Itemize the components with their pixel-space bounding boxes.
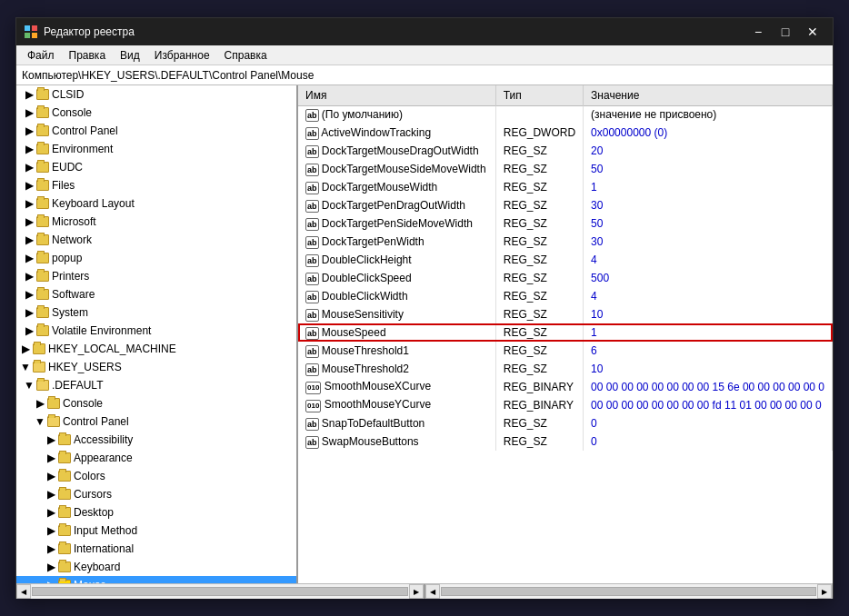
detail-hscroll[interactable]: ◀ ▶	[425, 584, 834, 599]
tree-item-mouse[interactable]: ▶ Mouse	[16, 576, 296, 583]
value-name-cell: ab SwapMouseButtons	[298, 432, 495, 451]
expand-icon: ▶	[45, 471, 56, 482]
tree-item-network[interactable]: ▶ Network	[16, 231, 296, 249]
expand-icon: ▶	[45, 507, 56, 518]
tree-item-printers[interactable]: ▶ Printers	[16, 267, 296, 285]
table-row[interactable]: 010 SmoothMouseYCurveREG_BINARY00 00 00 …	[298, 396, 833, 414]
table-row[interactable]: ab DockTargetPenSideMoveWidthREG_SZ50	[298, 214, 833, 233]
value-type-cell: REG_SZ	[495, 160, 583, 178]
tree-label: Keyboard	[74, 561, 120, 573]
value-data-cell: 1	[584, 323, 833, 342]
tree-item-popup[interactable]: ▶ popup	[16, 249, 296, 267]
folder-icon	[58, 434, 71, 445]
close-button[interactable]: ✕	[800, 19, 825, 45]
menu-view[interactable]: Вид	[113, 47, 147, 64]
folder-icon	[47, 398, 60, 409]
table-row[interactable]: ab DoubleClickHeightREG_SZ4	[298, 251, 833, 269]
tree-item-hklm[interactable]: ▶ HKEY_LOCAL_MACHINE	[16, 340, 296, 358]
expand-icon: ▶	[24, 325, 35, 336]
tree-item-accessibility[interactable]: ▶ Accessibility	[16, 431, 296, 449]
minimize-button[interactable]: −	[745, 19, 771, 45]
tree-item-default[interactable]: ▼ .DEFAULT	[16, 376, 296, 394]
folder-icon	[36, 289, 49, 300]
tree-item-console[interactable]: ▶ Console	[16, 104, 296, 122]
expand-icon: ▶	[24, 125, 35, 136]
value-name-cell: ab (По умолчанию)	[298, 105, 495, 124]
value-name-cell: ab DoubleClickWidth	[298, 287, 495, 305]
scroll-thumb[interactable]	[32, 587, 408, 596]
tree-item-files[interactable]: ▶ Files	[16, 176, 296, 194]
maximize-button[interactable]: □	[773, 19, 798, 45]
table-row[interactable]: ab SnapToDefaultButtonREG_SZ0	[298, 414, 833, 432]
table-row[interactable]: ab MouseSpeedREG_SZ1	[298, 323, 833, 342]
table-row[interactable]: ab DockTargetPenDragOutWidthREG_SZ30	[298, 196, 833, 214]
tree-panel[interactable]: ▶ CLSID ▶ Console ▶ Control Panel ▶ Envi…	[16, 85, 298, 583]
tree-item-desktop[interactable]: ▶ Desktop	[16, 503, 296, 522]
table-row[interactable]: ab DoubleClickWidthREG_SZ4	[298, 287, 833, 305]
table-row[interactable]: ab DockTargetMouseWidthREG_SZ1	[298, 178, 833, 196]
value-name-cell: ab MouseThreshold2	[298, 360, 495, 378]
menu-help[interactable]: Справка	[217, 47, 275, 64]
value-name-cell: ab DoubleClickHeight	[298, 251, 495, 269]
scroll-left-btn2[interactable]: ◀	[425, 584, 440, 599]
tree-item-clsid[interactable]: ▶ CLSID	[16, 85, 296, 104]
table-row[interactable]: ab MouseThreshold1REG_SZ6	[298, 342, 833, 360]
folder-icon	[36, 307, 49, 318]
table-row[interactable]: ab DockTargetMouseDragOutWidthREG_SZ20	[298, 142, 833, 160]
value-type-cell: REG_BINARY	[495, 378, 583, 396]
tree-item-console2[interactable]: ▶ Console	[16, 394, 296, 412]
tree-item-keyboard[interactable]: ▶ Keyboard	[16, 558, 296, 576]
menu-bar: Файл Правка Вид Избранное Справка	[16, 45, 833, 65]
tree-item-input-method[interactable]: ▶ Input Method	[16, 522, 296, 540]
value-type-cell: REG_SZ	[495, 142, 583, 160]
tree-item-control-panel[interactable]: ▶ Control Panel	[16, 122, 296, 140]
menu-file[interactable]: Файл	[20, 47, 62, 64]
table-row[interactable]: ab MouseThreshold2REG_SZ10	[298, 360, 833, 378]
table-row[interactable]: ab DockTargetPenWidthREG_SZ30	[298, 233, 833, 251]
folder-icon	[58, 525, 71, 536]
tree-item-microsoft[interactable]: ▶ Microsoft	[16, 213, 296, 231]
value-type-cell: REG_SZ	[495, 305, 583, 323]
tree-item-international[interactable]: ▶ International	[16, 540, 296, 558]
tree-item-software[interactable]: ▶ Software	[16, 285, 296, 303]
table-row[interactable]: ab DoubleClickSpeedREG_SZ500	[298, 269, 833, 287]
tree-item-eudc[interactable]: ▶ EUDC	[16, 158, 296, 176]
menu-favorites[interactable]: Избранное	[147, 47, 217, 64]
value-data-cell: 0	[584, 432, 833, 451]
scroll-thumb2[interactable]	[441, 587, 817, 596]
tree-item-keyboard-layout[interactable]: ▶ Keyboard Layout	[16, 194, 296, 213]
menu-edit[interactable]: Правка	[62, 47, 114, 64]
table-row[interactable]: ab MouseSensitivityREG_SZ10	[298, 305, 833, 323]
table-row[interactable]: ab DockTargetMouseSideMoveWidthREG_SZ50	[298, 160, 833, 178]
tree-label: Environment	[52, 143, 113, 155]
tree-item-control-panel2[interactable]: ▼ Control Panel	[16, 412, 296, 431]
svg-rect-3	[32, 33, 37, 38]
table-row[interactable]: ab SwapMouseButtonsREG_SZ0	[298, 432, 833, 451]
tree-item-cursors[interactable]: ▶ Cursors	[16, 485, 296, 503]
app-icon	[24, 25, 38, 39]
address-bar[interactable]: Компьютер\HKEY_USERS\.DEFAULT\Control Pa…	[16, 65, 833, 85]
value-data-cell: 0x00000000 (0)	[584, 124, 833, 142]
table-row[interactable]: ab (По умолчанию)(значение не присвоено)	[298, 105, 833, 124]
tree-label: Cursors	[74, 488, 112, 501]
tree-item-colors[interactable]: ▶ Colors	[16, 467, 296, 485]
tree-item-system[interactable]: ▶ System	[16, 303, 296, 322]
table-row[interactable]: 010 SmoothMouseXCurveREG_BINARY00 00 00 …	[298, 378, 833, 396]
tree-item-appearance[interactable]: ▶ Appearance	[16, 449, 296, 467]
tree-hscroll[interactable]: ◀ ▶	[16, 584, 425, 599]
tree-label: Control Panel	[63, 415, 129, 428]
expand-icon: ▶	[45, 452, 56, 463]
tree-item-volatile-env[interactable]: ▶ Volatile Environment	[16, 322, 296, 340]
value-data-cell: 0	[584, 414, 833, 432]
table-row[interactable]: ab ActiveWindowTrackingREG_DWORD0x000000…	[298, 124, 833, 142]
folder-icon	[58, 489, 71, 500]
expand-icon: ▶	[24, 162, 35, 173]
scroll-right-btn2[interactable]: ▶	[817, 584, 832, 599]
tree-item-environment[interactable]: ▶ Environment	[16, 140, 296, 158]
scroll-left-btn[interactable]: ◀	[16, 584, 31, 599]
tree-item-hku[interactable]: ▼ HKEY_USERS	[16, 358, 296, 376]
scroll-right-btn[interactable]: ▶	[409, 584, 424, 599]
col-name: Имя	[298, 85, 495, 105]
registry-editor-window: Редактор реестра − □ ✕ Файл Правка Вид И…	[15, 17, 834, 599]
folder-icon-open	[47, 416, 60, 427]
